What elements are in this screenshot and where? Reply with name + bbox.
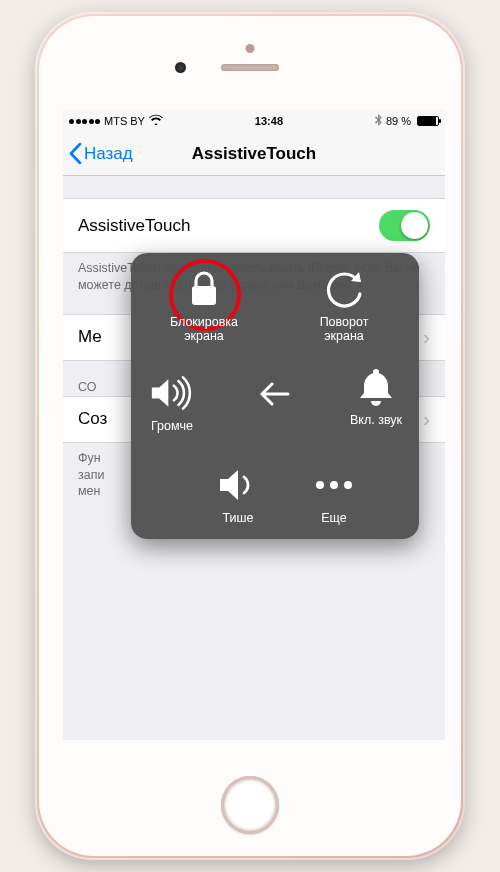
at-sound-on[interactable]: Вкл. звук: [331, 365, 421, 427]
at-rotate-screen[interactable]: Поворот экрана: [299, 267, 389, 344]
bell-icon: [354, 365, 398, 409]
proximity-sensor: [246, 44, 255, 53]
rotate-icon: [322, 267, 366, 311]
signal-dots-icon: [69, 119, 100, 124]
at-label: Поворот экрана: [299, 315, 389, 344]
chevron-right-icon: ›: [423, 326, 430, 349]
at-label: Громче: [127, 419, 217, 433]
navigation-bar: Назад AssistiveTouch: [63, 132, 445, 176]
svg-rect-0: [192, 286, 216, 305]
at-lock-screen[interactable]: Блокировка экрана: [159, 267, 249, 344]
back-label: Назад: [84, 144, 133, 164]
svg-point-3: [344, 481, 352, 489]
volume-down-icon: [216, 463, 260, 507]
phone-bezel: MTS BY 13:48 89 % Наза: [39, 16, 461, 856]
battery-pct: 89 %: [386, 115, 411, 127]
at-more[interactable]: Еще: [289, 463, 379, 525]
assistivetouch-toggle-row[interactable]: AssistiveTouch: [63, 198, 445, 253]
chevron-right-icon: ›: [423, 408, 430, 431]
at-label: Блокировка экрана: [159, 315, 249, 344]
at-volume-down[interactable]: Тише: [193, 463, 283, 525]
svg-point-2: [330, 481, 338, 489]
svg-point-1: [316, 481, 324, 489]
front-camera: [175, 62, 186, 73]
earpiece: [221, 64, 279, 71]
toggle-switch[interactable]: [379, 210, 430, 241]
chevron-left-icon: [69, 143, 82, 164]
lock-icon: [182, 267, 226, 311]
home-button[interactable]: [221, 776, 279, 834]
carrier-label: MTS BY: [104, 115, 145, 127]
phone-frame: MTS BY 13:48 89 % Наза: [35, 12, 465, 860]
status-bar: MTS BY 13:48 89 %: [63, 110, 445, 132]
at-label: Вкл. звук: [331, 413, 421, 427]
row-label: Соз: [78, 409, 107, 429]
at-label: Еще: [289, 511, 379, 525]
clock: 13:48: [255, 115, 283, 127]
row-label: Ме: [78, 327, 102, 347]
arrow-left-icon: [260, 382, 290, 406]
row-label: AssistiveTouch: [78, 216, 190, 236]
more-icon: [312, 463, 356, 507]
volume-up-icon: [150, 371, 194, 415]
at-back-button[interactable]: [260, 382, 290, 410]
battery-icon: [417, 116, 439, 126]
wifi-icon: [149, 114, 163, 128]
back-button[interactable]: Назад: [63, 143, 133, 164]
assistivetouch-panel: Блокировка экрана Поворот экрана Громче: [131, 253, 419, 539]
bluetooth-icon: [375, 114, 382, 128]
at-label: Тише: [193, 511, 283, 525]
at-volume-up[interactable]: Громче: [127, 371, 217, 433]
